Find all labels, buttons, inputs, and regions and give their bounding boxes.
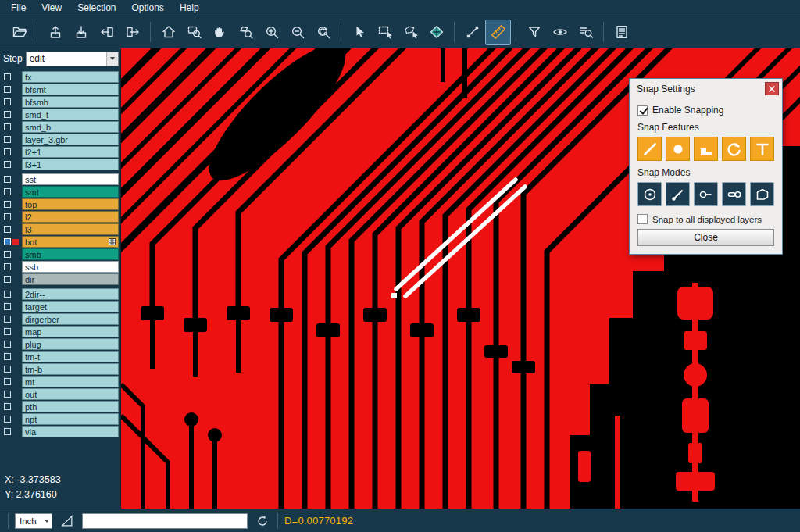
unit-select[interactable]: Inch (15, 513, 52, 529)
layer-visibility-checkbox[interactable] (4, 353, 11, 360)
snap-arc-button[interactable] (722, 137, 746, 161)
layer-visibility-checkbox[interactable] (4, 111, 11, 118)
home-view-button[interactable] (155, 20, 181, 45)
layer-item-dirgerber[interactable]: dirgerber (22, 313, 119, 325)
layer-visibility-checkbox[interactable] (4, 238, 11, 245)
import-button[interactable] (94, 20, 120, 45)
layer-visibility-checkbox[interactable] (4, 123, 11, 130)
layer-visibility-checkbox[interactable] (4, 403, 11, 410)
snap-text-button[interactable] (750, 137, 774, 161)
layer-visibility-checkbox[interactable] (4, 251, 11, 258)
layer-visibility-checkbox[interactable] (4, 86, 11, 93)
zoom-in-button[interactable] (259, 20, 284, 45)
checkbox-icon[interactable] (638, 105, 648, 116)
layer-item-l3+1[interactable]: l3+1 (22, 159, 119, 170)
dialog-title-bar[interactable]: Snap Settings (630, 79, 782, 98)
snap-diamond-button[interactable] (423, 20, 449, 45)
layer-visibility-checkbox[interactable] (4, 391, 11, 398)
layer-visibility-checkbox[interactable] (4, 416, 11, 423)
layer-item-tm-t[interactable]: tm-t (22, 351, 119, 362)
layer-item-smt[interactable]: smt (22, 186, 119, 198)
export-button[interactable] (120, 20, 145, 45)
mode-outline-button[interactable] (750, 182, 774, 206)
menu-item-help[interactable]: Help (172, 2, 207, 14)
download-button[interactable] (68, 20, 94, 45)
layer-item-l2[interactable]: l2 (22, 211, 119, 223)
layer-visibility-checkbox[interactable] (4, 303, 11, 310)
snap-pad-button[interactable] (666, 137, 690, 161)
menu-item-options[interactable]: Options (124, 2, 172, 14)
layer-visibility-checkbox[interactable] (4, 161, 11, 168)
layer-item-dir[interactable]: dir (22, 273, 119, 285)
ruler-tool-button[interactable] (485, 20, 511, 45)
visibility-button[interactable] (547, 20, 573, 45)
zoom-out-button[interactable] (284, 20, 310, 45)
layer-visibility-checkbox[interactable] (4, 291, 11, 298)
filter-button[interactable] (521, 20, 547, 45)
chevron-down-icon[interactable] (106, 52, 118, 66)
layer-item-fx[interactable]: fx (22, 71, 119, 83)
layer-visibility-checkbox[interactable] (4, 366, 11, 373)
mode-center-button[interactable] (638, 182, 662, 206)
mode-endpoint-button[interactable] (666, 182, 690, 206)
layer-item-top[interactable]: top (22, 198, 119, 210)
layer-visibility-checkbox[interactable] (4, 328, 11, 335)
menu-item-file[interactable]: File (3, 2, 34, 14)
zoom-window-button[interactable] (181, 20, 207, 45)
layer-item-l2+1[interactable]: l2+1 (22, 146, 119, 158)
snap-corner-button[interactable] (694, 137, 718, 161)
select-pointer-button[interactable] (346, 20, 372, 45)
command-input[interactable] (82, 513, 248, 529)
layer-item-ssb[interactable]: ssb (22, 261, 119, 273)
layer-item-out[interactable]: out (22, 388, 119, 400)
layer-visibility-checkbox[interactable] (4, 378, 11, 385)
layer-item-plug[interactable]: plug (22, 338, 119, 350)
line-tool-button[interactable] (459, 20, 485, 45)
snap-all-layers-checkbox[interactable]: Snap to all displayed layers (638, 214, 774, 224)
layer-item-l3[interactable]: l3 (22, 223, 119, 235)
layer-visibility-checkbox[interactable] (4, 201, 11, 208)
layer-item-layer_3.gbr[interactable]: layer_3.gbr (22, 134, 119, 145)
layer-item-bfsmt[interactable]: bfsmt (22, 84, 119, 95)
refresh-icon[interactable] (254, 512, 271, 530)
layer-item-tm-b[interactable]: tm-b (22, 363, 119, 375)
menu-item-selection[interactable]: Selection (70, 2, 123, 14)
select-rectangle-button[interactable] (372, 20, 398, 45)
mode-slot-left-button[interactable] (694, 182, 718, 206)
layer-visibility-checkbox[interactable] (4, 276, 11, 283)
layer-visibility-checkbox[interactable] (4, 136, 11, 143)
layer-visibility-checkbox[interactable] (4, 148, 11, 155)
layer-visibility-checkbox[interactable] (4, 98, 11, 105)
find-button[interactable] (573, 20, 598, 45)
layer-item-bfsmb[interactable]: bfsmb (22, 96, 119, 108)
select-polygon-button[interactable] (398, 20, 423, 45)
checkbox-icon[interactable] (638, 214, 648, 224)
layer-visibility-checkbox[interactable] (4, 188, 11, 195)
layer-item-bot[interactable]: bot (22, 236, 119, 248)
layer-item-mt[interactable]: mt (22, 376, 119, 387)
layer-item-npt[interactable]: npt (22, 413, 119, 425)
pan-button[interactable] (207, 20, 233, 45)
menu-item-view[interactable]: View (34, 2, 70, 14)
layer-visibility-checkbox[interactable] (4, 263, 11, 270)
report-button[interactable] (609, 20, 634, 45)
close-button[interactable]: Close (638, 229, 774, 246)
zoom-polygon-button[interactable] (233, 20, 259, 45)
mode-slot-right-button[interactable] (722, 182, 746, 206)
layer-visibility-checkbox[interactable] (4, 73, 11, 80)
layer-item-map[interactable]: map (22, 326, 119, 337)
layer-item-pth[interactable]: pth (22, 401, 119, 412)
layer-visibility-checkbox[interactable] (4, 316, 11, 323)
layer-visibility-checkbox[interactable] (4, 226, 11, 233)
step-select[interactable]: edit (26, 52, 119, 66)
open-job-button[interactable] (6, 20, 32, 45)
layer-visibility-checkbox[interactable] (4, 341, 11, 348)
triangle-tool-icon[interactable] (59, 512, 76, 530)
close-icon[interactable] (765, 82, 779, 95)
layer-item-sst[interactable]: sst (22, 173, 119, 185)
layer-visibility-checkbox[interactable] (4, 213, 11, 220)
enable-snapping-checkbox[interactable]: Enable Snapping (638, 105, 774, 116)
layer-item-2dir--[interactable]: 2dir-- (22, 288, 119, 300)
zoom-previous-button[interactable] (310, 20, 336, 45)
layer-item-smd_b[interactable]: smd_b (22, 121, 119, 133)
